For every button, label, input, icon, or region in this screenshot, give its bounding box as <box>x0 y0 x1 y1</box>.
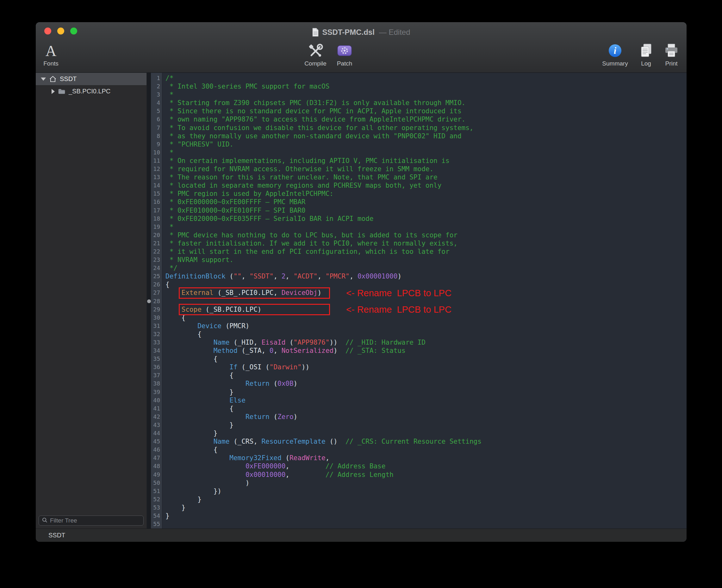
minimize-button[interactable] <box>57 27 64 35</box>
code-editor[interactable]: 1/*2 * Intel 300-series PMC support for … <box>151 73 686 528</box>
code-text: * Starting from Z390 chipsets PMC (D31:F… <box>162 99 465 107</box>
log-pages-icon <box>639 42 653 60</box>
code-line: 11 * On certain implementations, includi… <box>151 156 686 165</box>
code-line: 14 * located in separate memory regions … <box>151 181 686 190</box>
sidebar: SSDT _SB.PCI0.LPC <box>36 73 147 528</box>
line-number: 12 <box>151 165 162 173</box>
code-text: { <box>162 446 217 454</box>
line-number: 13 <box>151 173 162 181</box>
code-text: * NVRAM support. <box>162 256 233 264</box>
line-number: 17 <box>151 206 162 214</box>
code-line: 32 { <box>151 330 686 338</box>
line-number: 22 <box>151 248 162 256</box>
code-text <box>162 520 166 528</box>
window-title: SSDT-PMC.dsl — Edited <box>312 28 410 37</box>
code-text: If (_OSI ("Darwin")) <box>162 363 310 371</box>
code-line: 5 * Since there is no standard device fo… <box>151 107 686 115</box>
line-number: 45 <box>151 437 162 446</box>
code-line: 8 * as they normally use another non-sta… <box>151 132 686 140</box>
tree-item-ssdt[interactable]: SSDT <box>36 73 147 85</box>
editor-rail <box>147 73 151 528</box>
compile-label: Compile <box>304 60 326 67</box>
code-text: } <box>162 512 170 520</box>
code-text <box>162 297 166 306</box>
filter-tree-input[interactable] <box>50 517 141 524</box>
code-line: 47 Memory32Fixed (ReadWrite, <box>151 454 686 462</box>
line-number: 21 <box>151 239 162 248</box>
tree-item-label: _SB.PCI0.LPC <box>69 88 110 95</box>
code-line: 40 Else <box>151 396 686 404</box>
code-text: 0x00010000, // Address Length <box>162 470 394 479</box>
code-text: * PMC region is used by AppleIntelPCHPMC… <box>162 190 334 198</box>
print-label: Print <box>665 60 677 67</box>
filter-tree-field <box>39 516 144 526</box>
patch-label: Patch <box>337 60 353 67</box>
fonts-button[interactable]: A Fonts <box>36 42 68 67</box>
code-line: 24 */ <box>151 264 686 272</box>
patch-icon <box>337 42 353 60</box>
line-number: 18 <box>151 214 162 223</box>
line-number: 34 <box>151 346 162 355</box>
line-number: 5 <box>151 107 162 115</box>
code-line: 39 } <box>151 388 686 396</box>
code-text: * Since there is no standard device for … <box>162 107 462 115</box>
code-text: ) <box>162 479 250 487</box>
line-number: 46 <box>151 446 162 454</box>
code-text: Return (0x0B) <box>162 379 297 388</box>
code-text: * Intel 300-series PMC support for macOS <box>162 82 330 90</box>
line-number: 27 <box>151 289 162 297</box>
line-number: 52 <box>151 495 162 504</box>
code-line: 37 { <box>151 371 686 379</box>
line-number: 33 <box>151 338 162 346</box>
line-number: 43 <box>151 421 162 429</box>
code-line: 7 * To avoid confusion we disable this d… <box>151 124 686 132</box>
code-text: } <box>162 421 233 429</box>
log-label: Log <box>641 60 651 67</box>
code-line: 23 * NVRAM support. <box>151 256 686 264</box>
line-number: 30 <box>151 314 162 322</box>
line-number: 39 <box>151 388 162 396</box>
close-button[interactable] <box>44 27 51 35</box>
patch-button[interactable]: Patch <box>327 42 362 67</box>
app-window: SSDT-PMC.dsl — Edited A Fonts Co <box>36 22 686 542</box>
code-line: 41 { <box>151 404 686 413</box>
code-line: 54} <box>151 512 686 520</box>
code-text: * located in separate memory regions and… <box>162 181 441 190</box>
line-number: 9 <box>151 140 162 148</box>
line-number: 19 <box>151 223 162 231</box>
code-text: * it will start in the end of PCI config… <box>162 248 450 256</box>
line-number: 7 <box>151 124 162 132</box>
code-line: 42 Return (Zero) <box>151 413 686 421</box>
code-line: 35 { <box>151 355 686 363</box>
line-number: 14 <box>151 181 162 190</box>
code-line: 51 }) <box>151 487 686 495</box>
summary-button[interactable]: i Summary <box>598 42 633 67</box>
titlebar[interactable]: SSDT-PMC.dsl — Edited <box>36 22 686 40</box>
window-controls <box>44 27 77 35</box>
highlight-box-scope <box>179 304 330 315</box>
code-text: * required for NVRAM access. Otherwise i… <box>162 165 433 173</box>
line-number: 48 <box>151 462 162 470</box>
code-line: 2 * Intel 300-series PMC support for mac… <box>151 82 686 90</box>
disclosure-right-icon[interactable] <box>51 89 55 94</box>
printer-icon <box>664 42 679 60</box>
code-text: */ <box>162 264 177 272</box>
code-text: { <box>162 280 170 289</box>
disclosure-down-icon[interactable] <box>41 78 46 81</box>
zoom-button[interactable] <box>70 27 77 35</box>
status-text: SSDT <box>48 532 65 539</box>
code-line: 1/* <box>151 74 686 82</box>
code-text: Return (Zero) <box>162 413 297 421</box>
tree-item-sb-pci0-lpc[interactable]: _SB.PCI0.LPC <box>36 85 147 98</box>
print-button[interactable]: Print <box>654 42 686 67</box>
code-line: 20 * PMC device has nothing to do to LPC… <box>151 231 686 239</box>
document-icon <box>312 28 319 37</box>
code-line: 13 * The reason for this is rather uncle… <box>151 173 686 181</box>
code-text: * own naming "APP9876" to access this de… <box>162 115 465 123</box>
code-line: 33 Name (_HID, EisaId ("APP9876")) // _H… <box>151 338 686 346</box>
folder-icon <box>58 87 66 96</box>
line-number: 29 <box>151 306 162 314</box>
line-number: 41 <box>151 404 162 413</box>
code-line: 43 } <box>151 421 686 429</box>
code-text: Else <box>162 396 246 404</box>
